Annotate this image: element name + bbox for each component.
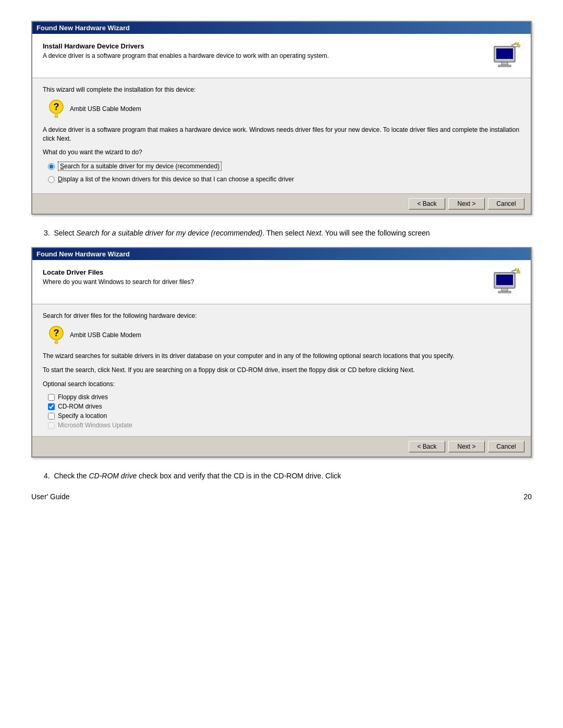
step-3-text: 3. Select Search for a suitable driver f…: [31, 227, 532, 239]
wizard-1-device-name: Ambit USB Cable Modem: [70, 105, 141, 113]
radio-1-label: Search for a suitable driver for my devi…: [58, 162, 222, 171]
wizard-2-para1: Search for driver files for the followin…: [43, 312, 520, 320]
radio-list-drivers[interactable]: [48, 176, 55, 183]
wizard-2-footer: < Back Next > Cancel: [32, 436, 531, 456]
wizard-2-back-button[interactable]: < Back: [409, 441, 445, 452]
svg-point-18: [518, 271, 520, 274]
svg-text:?: ?: [54, 328, 59, 338]
wizard-2-para2: The wizard searches for suitable drivers…: [43, 352, 520, 361]
wizard-2-check-1[interactable]: Floppy disk drives: [48, 393, 520, 401]
wizard-1-next-button[interactable]: Next >: [448, 198, 485, 209]
step-number-4: 4.: [44, 472, 54, 480]
hardware-icon-1: [493, 42, 520, 69]
checkbox-cdrom[interactable]: [48, 403, 55, 410]
step4-before: Check the: [54, 472, 89, 480]
wizard-2-header-title: Locate Driver Files: [43, 268, 488, 276]
wizard-2-check-2[interactable]: CD-ROM drives: [48, 403, 520, 410]
wizard-1-para3: What do you want the wizard to do?: [43, 148, 520, 157]
svg-rect-12: [496, 275, 513, 285]
wizard-1: Found New Hardware Wizard Install Hardwa…: [31, 21, 532, 215]
page-number: 20: [523, 492, 532, 501]
svg-rect-1: [496, 48, 513, 59]
checkbox-location[interactable]: [48, 413, 55, 419]
wizard-2-next-button[interactable]: Next >: [448, 441, 485, 452]
wizard-1-radio-2[interactable]: Display a list of the known drivers for …: [48, 175, 520, 184]
wizard-1-para1: This wizard will complete the installati…: [43, 85, 520, 94]
wizard-1-footer: < Back Next > Cancel: [32, 193, 531, 214]
wizard-2-check-3[interactable]: Specify a location: [48, 412, 520, 419]
wizard-1-cancel-button[interactable]: Cancel: [488, 198, 524, 209]
wizard-1-radio-group: Search for a suitable driver for my devi…: [48, 162, 520, 184]
svg-rect-14: [498, 291, 511, 293]
wizard-1-header-desc: A device driver is a software program th…: [43, 52, 488, 59]
step4-italic: CD-ROM drive: [89, 472, 137, 480]
user-guide-label: User' Guide: [31, 492, 69, 501]
check-4-label: Microsoft Windows Update: [58, 422, 132, 429]
wizard-1-titlebar: Found New Hardware Wizard: [32, 22, 531, 34]
page-content: Found New Hardware Wizard Install Hardwa…: [31, 21, 532, 501]
step3-before: Select: [54, 229, 76, 237]
wizard-1-para2: A device driver is a software program th…: [43, 126, 520, 143]
svg-text:?: ?: [54, 102, 59, 112]
svg-point-21: [55, 341, 58, 344]
wizard-2-content: Search for driver files for the followin…: [32, 304, 531, 436]
wizard-2-title: Found New Hardware Wizard: [36, 250, 130, 258]
wizard-2-device-name: Ambit USB Cable Modem: [70, 331, 141, 339]
step-4-text: 4. Check the CD-ROM drive check box and …: [31, 470, 532, 482]
radio-2-label: Display a list of the known drivers for …: [58, 175, 294, 184]
wizard-1-header-title: Install Hardware Device Drivers: [43, 42, 488, 50]
hardware-icon-2: [493, 268, 520, 295]
check-2-label: CD-ROM drives: [58, 403, 102, 410]
step4-after: check box and verify that the CD is in t…: [137, 472, 341, 480]
step3-next-italic: Next: [306, 229, 321, 237]
page-footer: User' Guide 20: [31, 492, 532, 501]
step3-italic: Search for a suitable driver for my devi…: [76, 229, 262, 237]
svg-point-7: [518, 45, 520, 47]
wizard-2-para3: To start the search, click Next. If you …: [43, 366, 520, 375]
question-icon-2: ?: [48, 326, 65, 344]
wizard-2-cancel-button[interactable]: Cancel: [488, 441, 524, 452]
wizard-2-header: Locate Driver Files Where do you want Wi…: [32, 260, 531, 304]
wizard-2-checkbox-group: Floppy disk drives CD-ROM drives Specify…: [48, 393, 520, 429]
wizard-2-device-row: ? Ambit USB Cable Modem: [48, 326, 520, 344]
wizard-1-title: Found New Hardware Wizard: [36, 24, 130, 32]
wizard-1-radio-1[interactable]: Search for a suitable driver for my devi…: [48, 162, 520, 171]
question-icon-1: ?: [48, 100, 65, 118]
step3-mid: . Then select: [262, 229, 306, 237]
wizard-2: Found New Hardware Wizard Locate Driver …: [31, 247, 532, 458]
checkbox-floppy[interactable]: [48, 394, 55, 401]
wizard-2-header-desc: Where do you want Windows to search for …: [43, 278, 488, 286]
svg-point-10: [55, 115, 58, 118]
wizard-1-back-button[interactable]: < Back: [409, 198, 445, 209]
wizard-2-check-4: Microsoft Windows Update: [48, 422, 520, 429]
step3-after: . You will see the following screen: [321, 229, 430, 237]
radio-search-driver[interactable]: [48, 163, 55, 170]
check-1-label: Floppy disk drives: [58, 393, 108, 401]
svg-rect-3: [498, 65, 511, 67]
step-number-3: 3.: [44, 229, 54, 237]
checkbox-windows-update: [48, 422, 55, 429]
wizard-1-device-row: ? Ambit USB Cable Modem: [48, 100, 520, 118]
wizard-1-content: This wizard will complete the installati…: [32, 78, 531, 193]
svg-rect-2: [501, 62, 508, 65]
svg-rect-13: [501, 288, 508, 291]
wizard-1-header: Install Hardware Device Drivers A device…: [32, 34, 531, 78]
check-3-label: Specify a location: [58, 412, 107, 419]
wizard-2-titlebar: Found New Hardware Wizard: [32, 248, 531, 260]
wizard-2-optional-label: Optional search locations:: [43, 380, 520, 389]
